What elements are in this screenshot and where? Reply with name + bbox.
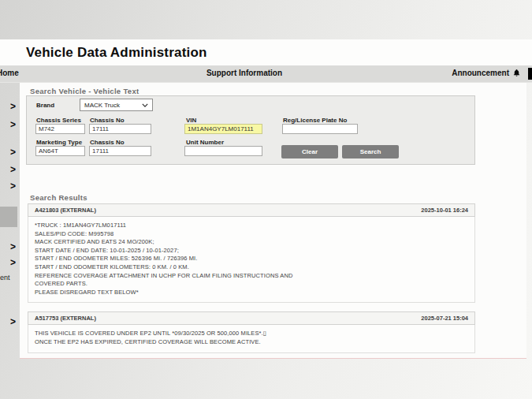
vin-input[interactable] <box>184 124 262 134</box>
result-id: A421803 (EXTERNAL) <box>35 207 96 214</box>
result-body: *TRUCK : 1M1AN4GY7LM017111SALES/PID CODE… <box>28 217 475 303</box>
window-edge-marker <box>528 68 532 80</box>
result-line: COVERED PARTS. <box>35 280 468 289</box>
result-line: START DATE / END DATE: 10-01-2025 / 10-0… <box>35 247 468 255</box>
content-panel: Search Vehicle - Vehicle Text Brand MACK… <box>20 83 526 359</box>
result-line: MACK CERTIFIED AND EATS 24 MO/200K; <box>35 238 468 247</box>
result-line: START / END ODOMETER KILOMETERS: 0 KM. /… <box>35 263 468 272</box>
search-form: Brand MACK Truck Chassis Series Chassis … <box>26 95 475 165</box>
brand-select[interactable]: MACK Truck <box>80 99 153 111</box>
sidebar-scroll-thumb[interactable] <box>0 207 17 227</box>
brand-select-value: MACK Truck <box>84 102 120 109</box>
search-button[interactable]: Search <box>342 145 399 158</box>
result-line: START / END ODOMETER MILES: 526396 MI. /… <box>35 255 468 263</box>
result-line: ONCE THE EP2 HAS EXPIRED, CERTIFIED COVE… <box>35 338 468 347</box>
chevron-right-icon[interactable]: > <box>10 121 16 129</box>
result-line: PLEASE DISREGARD TEXT BELOW* <box>35 289 468 297</box>
chevron-down-icon <box>142 103 148 107</box>
chassis-no2-input[interactable] <box>89 146 151 156</box>
announcement-label: Announcement <box>452 69 509 77</box>
chevron-right-icon[interactable]: > <box>10 166 16 173</box>
brand-label: Brand <box>36 102 54 109</box>
result-id: A517753 (EXTERNAL) <box>35 315 96 322</box>
chassis-series-input[interactable] <box>35 124 85 134</box>
chevron-right-icon[interactable]: > <box>10 243 16 251</box>
result-line: THIS VEHICLE IS COVERED UNDER EP2 UNTIL … <box>35 330 468 338</box>
result-line: *TRUCK : 1M1AN4GY7LM017111 <box>35 222 468 230</box>
clear-button[interactable]: Clear <box>281 145 338 158</box>
results-list: A421803 (EXTERNAL) 2025-10-01 16:24 *TRU… <box>28 203 475 362</box>
chassis-no-input[interactable] <box>89 124 151 134</box>
result-item: A421803 (EXTERNAL) 2025-10-01 16:24 *TRU… <box>28 203 475 303</box>
vehicle-data-admin-screen: Vehicle Data Administration Home Support… <box>0 0 532 399</box>
result-timestamp: 2025-07-21 15:04 <box>421 315 468 322</box>
result-body: THIS VEHICLE IS COVERED UNDER EP2 UNTIL … <box>28 325 475 352</box>
menu-item-home[interactable]: Home <box>0 69 19 77</box>
search-section-title: Search Vehicle - Vehicle Text <box>30 87 139 95</box>
unit-number-input[interactable] <box>184 146 262 156</box>
result-header[interactable]: A421803 (EXTERNAL) 2025-10-01 16:24 <box>28 203 475 217</box>
page-title: Vehicle Data Administration <box>26 45 207 61</box>
menu-item-announcement[interactable]: Announcement <box>452 69 521 77</box>
chevron-right-icon[interactable]: > <box>10 259 16 267</box>
menu-item-support-information[interactable]: Support Information <box>206 69 282 77</box>
unit-number-label: Unit Number <box>186 139 224 146</box>
result-timestamp: 2025-10-01 16:24 <box>421 207 468 214</box>
chevron-right-icon[interactable]: > <box>10 182 16 190</box>
chevron-right-icon[interactable]: > <box>10 318 16 326</box>
sidebar-label-fragment: ent <box>0 274 10 282</box>
menu-bar: Home Support Information Announcement <box>0 65 532 83</box>
chevron-right-icon[interactable]: > <box>10 148 16 156</box>
chassis-series-label: Chassis Series <box>36 117 81 124</box>
reg-plate-label: Reg/License Plate No <box>283 117 347 124</box>
vin-label: VIN <box>186 117 196 124</box>
result-line: REFERENCE COVERAGE ATTACHMENT IN UCHP FO… <box>35 272 468 281</box>
reg-plate-input[interactable] <box>282 124 358 134</box>
result-line: SALES/PID CODE: M995798 <box>35 230 468 239</box>
marketing-type-label: Marketing Type <box>36 139 82 146</box>
sidebar-rail: > > > > > > > ent > <box>0 83 20 359</box>
result-header[interactable]: A517753 (EXTERNAL) 2025-07-21 15:04 <box>28 311 475 325</box>
result-item: A517753 (EXTERNAL) 2025-07-21 15:04 THIS… <box>28 311 475 352</box>
chassis-no-label: Chassis No <box>90 117 125 124</box>
title-band: Vehicle Data Administration <box>0 39 532 65</box>
chevron-right-icon[interactable]: > <box>10 103 16 110</box>
results-section-title: Search Results <box>30 193 87 202</box>
marketing-type-input[interactable] <box>35 146 85 156</box>
bell-icon <box>512 69 521 77</box>
chassis-no2-label: Chassis No <box>90 139 125 146</box>
